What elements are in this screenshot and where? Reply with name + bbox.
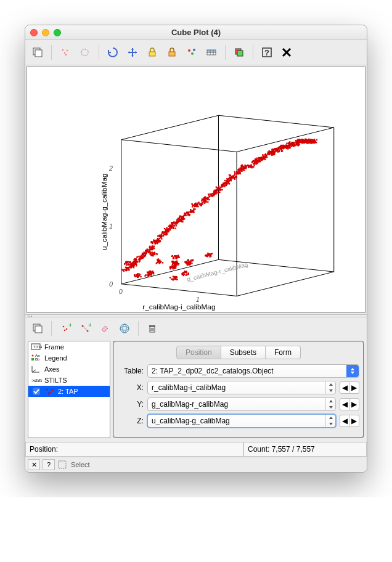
sketch-button[interactable] — [183, 44, 200, 61]
svg-rect-1349 — [126, 269, 128, 270]
layers-export-button[interactable] — [29, 320, 46, 337]
svg-rect-1221 — [165, 234, 166, 235]
svg-rect-789 — [125, 267, 126, 268]
tab-subsets[interactable]: Subsets — [221, 346, 266, 359]
globe-button[interactable] — [116, 320, 133, 337]
help-footer-button[interactable]: ? — [43, 459, 55, 470]
separator — [225, 45, 226, 60]
z-input[interactable]: u_calibMag-g_calibMag — [147, 414, 336, 428]
draw-subset-button[interactable] — [57, 44, 74, 61]
y-input[interactable]: g_calibMag-r_calibMag — [147, 397, 336, 411]
checkbox-icon[interactable] — [31, 387, 42, 396]
svg-rect-1255 — [290, 144, 291, 145]
svg-rect-1266 — [151, 272, 152, 274]
table-select[interactable]: 2: TAP_2_dp02_dc2_catalogs.Object — [147, 364, 359, 378]
svg-rect-1307 — [224, 180, 226, 181]
svg-rect-1428 — [35, 326, 42, 333]
tree-item-legend[interactable]: AaBb Legend — [28, 352, 110, 364]
svg-rect-1353 — [136, 260, 137, 261]
svg-rect-1373 — [213, 194, 214, 195]
dismiss-button[interactable]: ✕ — [28, 459, 40, 470]
close-button[interactable] — [278, 44, 295, 61]
svg-rect-1081 — [166, 232, 167, 234]
prev-button[interactable]: ◀ — [340, 415, 349, 427]
lock-axes-button[interactable] — [144, 44, 161, 61]
next-button[interactable]: ▶ — [349, 415, 359, 427]
svg-point-1453 — [46, 389, 48, 391]
svg-rect-949 — [196, 206, 197, 207]
svg-rect-1334 — [314, 139, 315, 140]
svg-rect-1413 — [173, 275, 174, 277]
rescale-button[interactable] — [104, 44, 121, 61]
svg-point-3 — [64, 52, 65, 54]
svg-rect-1302 — [205, 197, 206, 198]
svg-rect-1366 — [179, 217, 181, 218]
svg-rect-1198 — [210, 255, 211, 256]
recenter-button[interactable] — [124, 44, 141, 61]
window-title: Cube Plot (4) — [25, 28, 367, 37]
tree-item-layer[interactable]: 2: TAP — [28, 386, 110, 397]
svg-point-4 — [67, 50, 68, 51]
plot-canvas[interactable]: 01012 r_calibMag-i_calibMagu_calibMag-g_… — [27, 67, 365, 313]
separator — [51, 321, 52, 336]
svg-rect-1268 — [206, 255, 207, 256]
x-input[interactable]: r_calibMag-i_calibMag — [147, 381, 336, 394]
z-label: Z: — [118, 417, 144, 425]
grid-button[interactable] — [203, 44, 220, 61]
tree-item-axes[interactable]: Axes — [28, 364, 110, 375]
stilts-icon: >stilts — [31, 376, 42, 385]
svg-rect-1231 — [204, 199, 205, 200]
svg-rect-1237 — [226, 181, 227, 182]
svg-rect-1297 — [189, 214, 190, 215]
svg-rect-1360 — [159, 235, 160, 237]
svg-rect-1069 — [129, 267, 130, 268]
next-button[interactable]: ▶ — [349, 381, 359, 394]
svg-rect-1347 — [190, 259, 192, 261]
svg-point-2 — [62, 49, 63, 51]
tree-item-stilts[interactable]: >stilts STILTS — [28, 375, 110, 386]
next-button[interactable]: ▶ — [349, 398, 359, 410]
svg-rect-1384 — [256, 161, 258, 163]
svg-text:Bb: Bb — [35, 357, 40, 361]
splitter[interactable] — [25, 314, 367, 317]
svg-rect-1364 — [172, 224, 173, 225]
tab-bar: Position Subsets Form — [118, 346, 359, 359]
svg-rect-1099 — [231, 177, 232, 179]
svg-point-1455 — [52, 389, 54, 391]
svg-rect-1287 — [152, 245, 153, 246]
add-position-button[interactable]: + — [57, 320, 74, 337]
prev-button[interactable]: ◀ — [340, 398, 349, 410]
add-pair-button[interactable]: + — [76, 320, 94, 337]
blob-subset-button[interactable] — [76, 44, 94, 61]
prev-button[interactable]: ◀ — [340, 381, 349, 394]
svg-rect-984 — [316, 139, 317, 140]
export-plot-button[interactable] — [29, 44, 46, 61]
table-label: Table: — [118, 367, 144, 375]
spinner-icon[interactable] — [325, 398, 335, 410]
svg-rect-1378 — [228, 178, 229, 179]
z-value: u_calibMag-g_calibMag — [152, 417, 230, 425]
spinner-icon[interactable] — [325, 415, 335, 427]
svg-rect-1234 — [213, 190, 214, 191]
svg-rect-868 — [153, 239, 154, 240]
help-button[interactable]: ? — [258, 44, 276, 61]
delete-layer-button[interactable] — [144, 320, 161, 337]
add-layer-button[interactable] — [231, 44, 248, 61]
spinner-icon[interactable] — [325, 381, 335, 394]
svg-rect-1296 — [181, 216, 182, 217]
lock-aux-button[interactable] — [163, 44, 181, 61]
tab-position[interactable]: Position — [176, 346, 221, 359]
titlebar[interactable]: Cube Plot (4) — [25, 25, 367, 40]
svg-rect-1417 — [189, 261, 190, 263]
svg-rect-1315 — [255, 159, 256, 160]
tab-form[interactable]: Form — [266, 346, 301, 359]
svg-rect-606 — [224, 185, 226, 186]
svg-rect-1091 — [202, 202, 203, 203]
svg-rect-1362 — [165, 229, 166, 230]
erase-button[interactable] — [96, 320, 113, 337]
svg-rect-1418 — [137, 275, 138, 277]
svg-rect-1272 — [158, 263, 160, 264]
svg-rect-1153 — [174, 227, 176, 229]
layer-tree[interactable]: TITLE Frame AaBb Legend Axes >stilts STI… — [28, 341, 110, 438]
tree-item-frame[interactable]: TITLE Frame — [28, 341, 110, 352]
